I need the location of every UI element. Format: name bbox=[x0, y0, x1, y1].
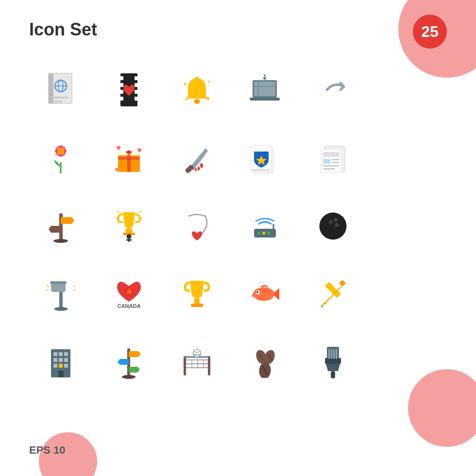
svg-rect-12 bbox=[135, 76, 137, 80]
svg-point-58 bbox=[126, 234, 131, 239]
icon-direction-signs[interactable] bbox=[97, 330, 160, 393]
badge-number: 25 bbox=[421, 23, 439, 41]
svg-rect-56 bbox=[126, 229, 132, 233]
icon-butcher-knife[interactable] bbox=[165, 126, 228, 189]
svg-rect-52 bbox=[323, 165, 340, 167]
svg-point-69 bbox=[267, 232, 270, 235]
svg-rect-15 bbox=[135, 97, 137, 101]
svg-rect-13 bbox=[135, 83, 137, 87]
svg-rect-45 bbox=[252, 169, 270, 170]
svg-point-17 bbox=[208, 81, 210, 83]
svg-rect-97 bbox=[53, 358, 57, 362]
svg-point-16 bbox=[184, 83, 186, 85]
icon-hdmi-cable[interactable] bbox=[301, 330, 364, 393]
svg-point-89 bbox=[256, 291, 258, 293]
svg-rect-85 bbox=[194, 299, 200, 304]
svg-text:CANADA: CANADA bbox=[117, 303, 140, 309]
svg-rect-127 bbox=[333, 349, 335, 359]
svg-point-71 bbox=[319, 212, 346, 239]
icon-laptop[interactable] bbox=[233, 58, 296, 121]
footer-text: EPS 10 bbox=[29, 444, 66, 456]
icon-volleyball-net[interactable] bbox=[165, 330, 228, 393]
svg-line-61 bbox=[117, 211, 119, 213]
svg-rect-11 bbox=[120, 97, 123, 101]
count-badge: 25 bbox=[413, 15, 447, 49]
svg-rect-99 bbox=[64, 358, 68, 362]
svg-point-41 bbox=[197, 167, 200, 170]
svg-rect-125 bbox=[328, 349, 330, 359]
icon-bowling-ball[interactable] bbox=[301, 194, 364, 257]
svg-point-74 bbox=[335, 223, 339, 227]
icon-newspaper[interactable] bbox=[301, 126, 364, 189]
svg-rect-106 bbox=[184, 356, 186, 375]
svg-point-42 bbox=[195, 168, 197, 171]
svg-rect-5 bbox=[52, 97, 68, 99]
svg-line-80 bbox=[73, 285, 75, 287]
icon-flower[interactable] bbox=[29, 126, 92, 189]
svg-rect-100 bbox=[53, 364, 57, 368]
svg-point-82 bbox=[54, 307, 68, 311]
svg-point-19 bbox=[185, 99, 187, 101]
svg-point-28 bbox=[264, 74, 266, 76]
svg-rect-10 bbox=[120, 90, 123, 94]
svg-point-68 bbox=[262, 232, 265, 235]
svg-rect-20 bbox=[195, 77, 199, 80]
svg-point-55 bbox=[53, 239, 68, 243]
svg-rect-107 bbox=[208, 356, 210, 375]
svg-rect-9 bbox=[120, 83, 123, 87]
svg-rect-94 bbox=[53, 352, 57, 356]
svg-point-115 bbox=[193, 349, 201, 357]
svg-rect-102 bbox=[64, 364, 68, 368]
icon-trophy[interactable] bbox=[165, 262, 228, 325]
icon-fish[interactable] bbox=[233, 262, 296, 325]
svg-line-62 bbox=[139, 211, 141, 213]
svg-rect-98 bbox=[59, 358, 63, 362]
page-header: Icon Set bbox=[29, 19, 97, 40]
svg-point-21 bbox=[194, 99, 200, 104]
svg-rect-8 bbox=[120, 76, 123, 80]
svg-rect-86 bbox=[191, 304, 203, 307]
svg-rect-126 bbox=[331, 349, 332, 359]
bg-decoration-bottom-right bbox=[408, 369, 476, 447]
icons-grid: 🍁 CANADA bbox=[29, 58, 364, 393]
svg-rect-48 bbox=[323, 152, 340, 157]
svg-point-34 bbox=[57, 147, 65, 155]
svg-rect-75 bbox=[59, 291, 63, 309]
svg-rect-1 bbox=[49, 73, 53, 103]
icon-pencil[interactable] bbox=[301, 262, 364, 325]
icon-canada-heart[interactable]: 🍁 CANADA bbox=[97, 262, 160, 325]
svg-rect-49 bbox=[323, 159, 330, 164]
svg-rect-95 bbox=[59, 352, 63, 356]
svg-rect-123 bbox=[325, 358, 341, 364]
icon-bell[interactable] bbox=[165, 58, 228, 121]
svg-rect-124 bbox=[331, 371, 335, 378]
svg-rect-50 bbox=[332, 159, 340, 160]
icon-lamp[interactable] bbox=[29, 262, 92, 325]
svg-rect-53 bbox=[323, 168, 335, 170]
icon-badge-shield[interactable] bbox=[233, 126, 296, 189]
svg-rect-96 bbox=[64, 352, 68, 356]
svg-rect-24 bbox=[250, 98, 280, 101]
svg-rect-103 bbox=[58, 371, 64, 377]
svg-rect-77 bbox=[50, 281, 67, 284]
page-title: Icon Set bbox=[29, 19, 97, 39]
svg-rect-91 bbox=[339, 279, 345, 286]
svg-point-67 bbox=[257, 232, 260, 235]
svg-point-40 bbox=[200, 163, 203, 168]
icon-love-film[interactable] bbox=[97, 58, 160, 121]
icon-science-book[interactable] bbox=[29, 58, 92, 121]
svg-text:🍁: 🍁 bbox=[123, 286, 135, 296]
icon-share[interactable] bbox=[301, 58, 364, 121]
icon-necklace[interactable] bbox=[165, 194, 228, 257]
svg-rect-14 bbox=[135, 90, 137, 94]
svg-point-72 bbox=[329, 220, 333, 224]
icon-router[interactable] bbox=[233, 194, 296, 257]
icon-trophy-person[interactable] bbox=[97, 194, 160, 257]
svg-rect-51 bbox=[332, 162, 340, 163]
icon-gift-box[interactable] bbox=[97, 126, 160, 189]
svg-point-73 bbox=[334, 218, 338, 222]
icon-coffee-beans[interactable] bbox=[233, 330, 296, 393]
icon-signpost[interactable] bbox=[29, 194, 92, 257]
svg-rect-23 bbox=[254, 82, 275, 96]
icon-building[interactable] bbox=[29, 330, 92, 393]
